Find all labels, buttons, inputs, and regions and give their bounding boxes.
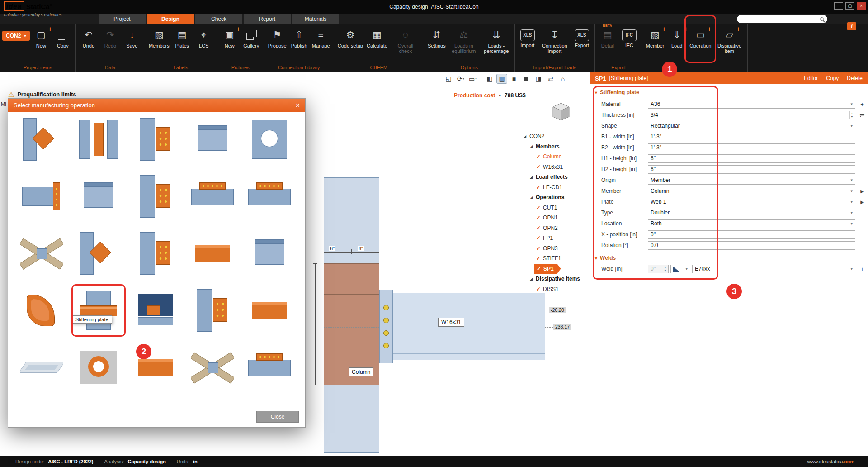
close-button[interactable]: Close (256, 411, 299, 423)
tree-item-con2[interactable]: ◢CON2 (521, 131, 587, 142)
tree-item-operations[interactable]: ◢Operations (521, 192, 587, 203)
checkmark-icon[interactable]: ✓ (536, 225, 541, 231)
tree-expander-icon[interactable]: ◢ (530, 195, 536, 200)
operation-thumbnail-9[interactable] (191, 175, 234, 218)
tree-item-members[interactable]: ◢Members (521, 142, 587, 152)
operation-thumbnail-8[interactable] (134, 175, 177, 218)
ribbon-button-data-save[interactable]: ↓Save (122, 27, 142, 48)
tree-item-le-cd1[interactable]: ✓LE-CD1 (521, 182, 587, 193)
checkmark-icon[interactable]: ✓ (536, 184, 541, 191)
ribbon-button-new-items-member[interactable]: ▧+Member (645, 27, 665, 48)
operation-thumbnail-14[interactable] (191, 232, 234, 275)
home-view-icon[interactable]: ⌂ (557, 74, 568, 84)
ribbon-button-options-loads-percentage[interactable]: ⇊Loads - percentage (481, 27, 512, 54)
ribbon-button-labels-lcs[interactable]: ⌖LCS (193, 27, 214, 48)
b2-width-in-input[interactable]: 1'-3" (648, 143, 855, 152)
checkmark-icon[interactable]: ✓ (537, 266, 541, 272)
search-icon[interactable] (820, 17, 824, 21)
section-stiffening-plate[interactable]: ▾Stiffening plate (590, 86, 868, 99)
ribbon-button-new-items-dissipative-item[interactable]: ▱+Dissipative item (713, 27, 745, 54)
operation-thumbnail-12[interactable] (77, 232, 120, 275)
checkmark-icon[interactable]: ✓ (536, 235, 541, 241)
ribbon-button-export-ifc[interactable]: IFCIFC (619, 27, 640, 48)
weld-type-select[interactable]: ▾ (670, 265, 690, 273)
operation-thumbnail-1[interactable] (20, 118, 63, 161)
tab-materials[interactable]: Materials (292, 14, 339, 24)
tree-item-dissipative-items[interactable]: ◢Dissipative items (521, 274, 587, 284)
rotation-input[interactable]: 0.0 (648, 241, 855, 250)
operation-thumbnail-13[interactable] (134, 232, 177, 275)
ribbon-button-new-items-operation[interactable]: ▭+Operation (688, 27, 712, 48)
view-wireframe-icon[interactable]: ■ (509, 74, 519, 84)
tab-check[interactable]: Check (195, 14, 242, 24)
operation-thumbnail-7[interactable] (77, 175, 120, 218)
checkmark-icon[interactable]: ✓ (536, 245, 541, 252)
tree-item-opn2[interactable]: ✓OPN2 (521, 223, 587, 234)
pick-plate-button[interactable]: ▶ (856, 200, 868, 205)
operation-thumbnail-23[interactable] (134, 346, 177, 389)
copy-operation-button[interactable]: Copy (826, 75, 839, 81)
add-material-button[interactable]: + (856, 101, 868, 108)
orientation-cube[interactable] (551, 101, 571, 123)
editor-button[interactable]: Editor (804, 75, 818, 81)
ribbon-button-cbfem-calculate[interactable]: ▦Calculate (365, 27, 389, 48)
fit-view-icon[interactable]: ◱ (443, 74, 454, 84)
checkmark-icon[interactable]: ✓ (536, 153, 541, 160)
tab-design[interactable]: Design (147, 14, 194, 24)
ribbon-button-import-export-loads-import[interactable]: XLSImport (517, 27, 538, 48)
checkmark-icon[interactable]: ✓ (536, 205, 541, 211)
ribbon-button-cbfem-code-setup[interactable]: ⚙Code setup (336, 27, 364, 48)
bolt[interactable] (383, 330, 389, 336)
tree-item-column[interactable]: ✓Column (521, 152, 587, 162)
checkmark-icon[interactable]: ✓ (536, 286, 541, 292)
ribbon-button-import-export-loads-connection-import[interactable]: ↧Connection Import (539, 27, 571, 54)
ribbon-button-connection-library-publish[interactable]: ⇧Publish (289, 27, 310, 48)
checkmark-icon[interactable]: ✓ (536, 164, 541, 170)
tree-item-load-effects[interactable]: ◢Load effects (521, 172, 587, 182)
operation-thumbnail-6[interactable] (20, 175, 63, 218)
ribbon-button-pictures-new[interactable]: ▣+New (219, 27, 240, 48)
delete-operation-button[interactable]: Delete (847, 75, 863, 81)
tree-expander-icon[interactable]: ◢ (530, 144, 536, 148)
swap-dimension-button[interactable]: ⇌ (856, 112, 868, 119)
info-button[interactable]: i (847, 22, 856, 30)
operation-thumbnail-15[interactable] (248, 232, 291, 275)
operation-thumbnail-20[interactable] (248, 289, 291, 332)
tree-item-opn1[interactable]: ✓OPN1 (521, 213, 587, 223)
member-select[interactable]: Column▾ (648, 187, 855, 195)
plate-select[interactable]: Web 1▾ (648, 198, 855, 206)
doubler-plate[interactable] (324, 263, 379, 385)
operation-thumbnail-4[interactable] (191, 118, 234, 161)
operation-thumbnail-2[interactable] (77, 118, 120, 161)
ribbon-button-new-items-load[interactable]: ⇓+Load (666, 27, 687, 48)
x-position-in-input[interactable]: 0" (648, 230, 855, 239)
operation-thumbnail-22[interactable] (77, 346, 120, 389)
ribbon-button-labels-plates[interactable]: ▤Plates (172, 27, 193, 48)
spin-down-icon[interactable]: ▾ (851, 115, 853, 118)
b1-width-in-input[interactable]: 1'-3" (648, 133, 855, 141)
ribbon-button-connection-library-manage[interactable]: ≡Manage (311, 27, 331, 48)
origin-select[interactable]: Member▾ (648, 176, 855, 185)
rotate-view-icon[interactable]: ⟳▾ (455, 74, 466, 84)
operation-thumbnail-16[interactable] (20, 289, 63, 332)
ribbon-button-project-items-copy[interactable]: Copy (52, 27, 73, 48)
column-lower-segment[interactable] (324, 385, 379, 453)
view-shaded-icon[interactable]: ◼ (521, 74, 532, 84)
tab-report[interactable]: Report (244, 14, 291, 24)
ribbon-button-pictures-gallery[interactable]: Gallery (241, 27, 262, 48)
tree-item-fp1[interactable]: ✓FP1 (521, 233, 587, 243)
ribbon-button-labels-members[interactable]: ▧Members (147, 27, 171, 48)
search-input[interactable] (741, 16, 820, 22)
spin-down-icon[interactable]: ▾ (665, 269, 666, 272)
ribbon-button-data-undo[interactable]: ↶Undo (78, 27, 99, 48)
mirror-view-icon[interactable]: ⇄ (545, 74, 556, 84)
operation-thumbnail-24[interactable] (191, 346, 234, 389)
add-weld-in-button[interactable]: + (856, 266, 868, 272)
tree-item-stiff1[interactable]: ✓STIFF1 (521, 253, 587, 264)
view-top-icon[interactable]: ◧ (484, 74, 495, 84)
tree-item-diss1[interactable]: ✓DISS1 (521, 284, 587, 295)
dialog-close-icon[interactable]: × (296, 102, 300, 109)
bolt[interactable] (383, 305, 389, 310)
operation-thumbnail-10[interactable] (248, 175, 291, 218)
end-plate[interactable] (379, 290, 393, 363)
